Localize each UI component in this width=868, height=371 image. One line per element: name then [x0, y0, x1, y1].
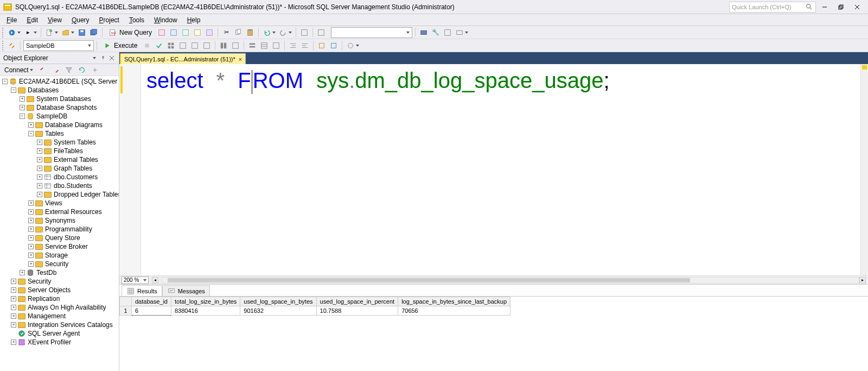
tree-node[interactable]: +FileTables	[0, 147, 119, 155]
expander-icon[interactable]: +	[37, 183, 42, 188]
expander-icon[interactable]: +	[11, 287, 16, 293]
menu-window[interactable]: Window	[150, 15, 182, 25]
expander-icon[interactable]: +	[11, 296, 16, 301]
tree-node[interactable]: +Synonyms	[0, 216, 119, 225]
expander-icon[interactable]: +	[28, 244, 34, 249]
tree-node[interactable]: +Service Broker	[0, 242, 119, 251]
results-grid[interactable]: database_id total_log_size_in_bytes used…	[119, 297, 510, 316]
tb2-c[interactable]	[189, 40, 200, 51]
tree-node[interactable]: +Dropped Ledger Tables	[0, 190, 119, 199]
new-query-button[interactable]: sql New Query	[105, 27, 155, 38]
row-index-header[interactable]	[120, 297, 132, 306]
undo-button[interactable]	[261, 27, 272, 38]
tree-table-node[interactable]: +dbo.Customers	[0, 173, 119, 181]
object-explorer-tree[interactable]: −EC2AMAZ-41B6DEL (SQL Server 16.0.10 −Da…	[0, 76, 119, 371]
tree-node[interactable]: +Database Snapshots	[0, 103, 119, 112]
tree-node[interactable]: +System Tables	[0, 138, 119, 147]
expander-icon[interactable]: +	[11, 339, 16, 345]
expander-icon[interactable]: +	[11, 305, 16, 310]
execute-button[interactable]: Execute	[100, 40, 141, 51]
connect-button[interactable]: Connect	[2, 66, 35, 74]
change-connection-button[interactable]	[7, 40, 17, 51]
tree-node[interactable]: +External Tables	[0, 155, 119, 164]
restore-button[interactable]	[833, 2, 848, 12]
parse-button[interactable]	[154, 40, 164, 51]
tb-btn-h[interactable]	[418, 27, 429, 38]
editor-body[interactable]: select * FROM sys.dm_db_log_space_usage;	[141, 64, 860, 275]
tree-table-node[interactable]: +dbo.Students	[0, 181, 119, 190]
tb-btn-c[interactable]	[180, 27, 191, 38]
close-tab-button[interactable]: ×	[239, 56, 242, 62]
tb2-i[interactable]	[271, 40, 282, 51]
close-button[interactable]	[850, 2, 865, 12]
tb2-e[interactable]	[218, 40, 229, 51]
tb-btn-k[interactable]	[454, 27, 465, 38]
database-combo[interactable]: SampleDB	[23, 40, 94, 51]
tb2-d[interactable]	[201, 40, 212, 51]
oe-tb-b[interactable]	[50, 65, 61, 76]
paste-button[interactable]	[245, 27, 256, 38]
expander-icon[interactable]: −	[2, 79, 8, 84]
expander-icon[interactable]: −	[28, 131, 34, 136]
expander-icon[interactable]: +	[11, 279, 16, 284]
column-header[interactable]: used_log_space_in_percent	[316, 297, 398, 306]
tree-tables-node[interactable]: −Tables	[0, 129, 119, 138]
document-tab[interactable]: SQLQuery1.sql - EC...Administrator (51))…	[120, 53, 246, 64]
tree-node[interactable]: +Management	[0, 312, 119, 320]
tb2-f[interactable]	[230, 40, 241, 51]
tree-node[interactable]: +Always On High Availability	[0, 303, 119, 312]
panel-pin-button[interactable]	[99, 54, 107, 62]
tree-sampledb-node[interactable]: −SampleDB	[0, 112, 119, 121]
tree-node[interactable]: +System Databases	[0, 95, 119, 103]
oe-tb-c[interactable]	[90, 65, 100, 76]
expander-icon[interactable]: +	[28, 261, 34, 267]
sql-editor[interactable]: select * FROM sys.dm_db_log_space_usage;	[119, 64, 868, 275]
expander-icon[interactable]: −	[20, 114, 25, 119]
vertical-scrollbar[interactable]	[860, 64, 868, 275]
results-grid-wrap[interactable]: database_id total_log_size_in_bytes used…	[119, 297, 868, 371]
expander-icon[interactable]: +	[28, 227, 34, 232]
expander-icon[interactable]: +	[37, 157, 42, 162]
tb-btn-b[interactable]	[168, 27, 179, 38]
scroll-right-button[interactable]: ▸	[859, 277, 866, 284]
tree-node[interactable]: +Replication	[0, 294, 119, 303]
menu-view[interactable]: View	[43, 15, 66, 25]
copy-button[interactable]	[233, 27, 244, 38]
expander-icon[interactable]: +	[28, 209, 34, 215]
expander-icon[interactable]: +	[37, 166, 42, 171]
panel-dropdown-button[interactable]	[91, 54, 98, 62]
row-index[interactable]: 1	[120, 306, 132, 316]
stop-button[interactable]	[142, 40, 152, 51]
tree-node[interactable]: +Query Store	[0, 234, 119, 242]
oe-refresh[interactable]	[76, 65, 87, 76]
redo-button[interactable]	[278, 27, 289, 38]
column-header[interactable]: used_log_space_in_bytes	[240, 297, 316, 306]
tb2-m[interactable]	[328, 40, 339, 51]
tree-testdb-node[interactable]: +TestDb	[0, 268, 119, 277]
results-row[interactable]: 1 6 8380416 901632 10.7588 70656	[120, 306, 510, 316]
new-item-button[interactable]	[44, 27, 55, 38]
results-cell[interactable]: 901632	[240, 306, 316, 316]
find-combo[interactable]	[331, 27, 412, 38]
tree-node[interactable]: +Storage	[0, 251, 119, 260]
tb2-a[interactable]	[165, 40, 176, 51]
tb-btn-e[interactable]	[204, 27, 215, 38]
results-cell[interactable]: 70656	[398, 306, 510, 316]
tb2-j[interactable]	[288, 40, 298, 51]
save-button[interactable]	[76, 27, 87, 38]
results-cell[interactable]: 8380416	[171, 306, 240, 316]
menu-edit[interactable]: Edit	[22, 15, 42, 25]
tb2-g[interactable]	[247, 40, 258, 51]
tree-server-node[interactable]: −EC2AMAZ-41B6DEL (SQL Server 16.0.10	[0, 77, 119, 86]
tree-node[interactable]: +Security	[0, 260, 119, 268]
panel-close-button[interactable]	[108, 54, 116, 62]
tree-node[interactable]: SQL Server Agent	[0, 329, 119, 338]
column-header[interactable]: log_space_in_bytes_since_last_backup	[398, 297, 510, 306]
oe-tb-a[interactable]	[37, 65, 48, 76]
horizontal-scrollbar[interactable]	[162, 277, 859, 284]
menu-file[interactable]: File	[2, 15, 21, 25]
expander-icon[interactable]: +	[28, 235, 34, 241]
results-cell[interactable]: 6	[132, 306, 171, 316]
quick-launch-input[interactable]: Quick Launch (Ctrl+Q)	[729, 2, 816, 12]
tree-node[interactable]: +Security	[0, 277, 119, 286]
